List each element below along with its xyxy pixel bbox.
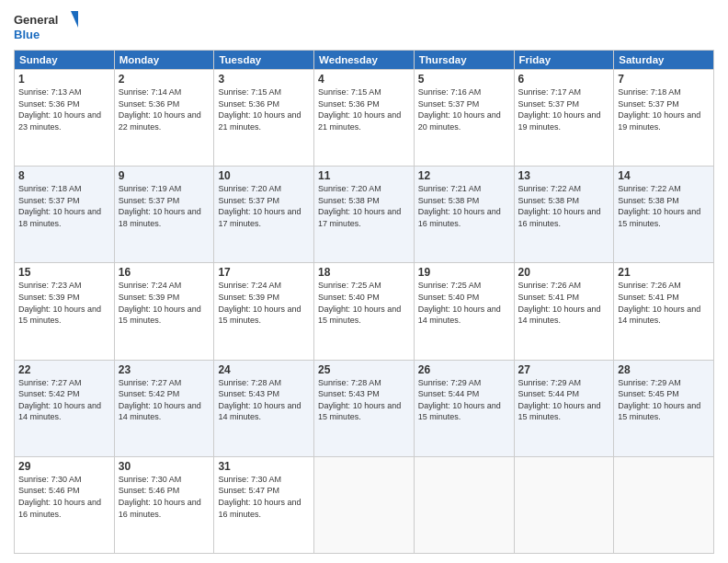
day-cell: 8 Sunrise: 7:18 AM Sunset: 5:37 PM Dayli… [15,167,115,263]
day-cell: 27 Sunrise: 7:29 AM Sunset: 5:44 PM Dayl… [514,360,614,456]
day-number: 24 [218,363,310,376]
logo: General Blue [14,9,78,44]
day-info: Sunrise: 7:18 AM Sunset: 5:37 PM Dayligh… [18,183,110,229]
day-number: 30 [119,460,210,473]
col-header-tuesday: Tuesday [214,51,314,70]
day-number: 18 [318,266,410,279]
day-cell: 1 Sunrise: 7:13 AM Sunset: 5:36 PM Dayli… [15,70,115,167]
svg-text:General: General [14,13,58,27]
day-cell: 9 Sunrise: 7:19 AM Sunset: 5:37 PM Dayli… [114,167,214,263]
day-number: 10 [218,169,310,182]
day-number: 15 [18,266,110,279]
col-header-friday: Friday [514,51,614,70]
day-info: Sunrise: 7:14 AM Sunset: 5:36 PM Dayligh… [119,86,210,132]
day-number: 7 [618,73,710,86]
day-number: 22 [18,363,110,376]
day-number: 4 [318,73,410,86]
day-number: 8 [18,169,110,182]
day-number: 26 [418,363,510,376]
week-row-2: 8 Sunrise: 7:18 AM Sunset: 5:37 PM Dayli… [15,167,714,263]
day-info: Sunrise: 7:25 AM Sunset: 5:40 PM Dayligh… [318,280,410,326]
day-cell: 24 Sunrise: 7:28 AM Sunset: 5:43 PM Dayl… [214,360,314,456]
day-info: Sunrise: 7:26 AM Sunset: 5:41 PM Dayligh… [518,280,610,326]
day-info: Sunrise: 7:29 AM Sunset: 5:44 PM Dayligh… [418,377,510,423]
day-info: Sunrise: 7:16 AM Sunset: 5:37 PM Dayligh… [418,86,510,132]
day-info: Sunrise: 7:18 AM Sunset: 5:37 PM Dayligh… [618,86,710,132]
day-info: Sunrise: 7:21 AM Sunset: 5:38 PM Dayligh… [418,183,510,229]
day-number: 11 [318,169,410,182]
day-info: Sunrise: 7:29 AM Sunset: 5:45 PM Dayligh… [618,377,710,423]
day-cell: 14 Sunrise: 7:22 AM Sunset: 5:38 PM Dayl… [614,167,714,263]
day-info: Sunrise: 7:25 AM Sunset: 5:40 PM Dayligh… [418,280,510,326]
day-number: 28 [618,363,710,376]
day-cell: 28 Sunrise: 7:29 AM Sunset: 5:45 PM Dayl… [614,360,714,456]
day-info: Sunrise: 7:15 AM Sunset: 5:36 PM Dayligh… [318,86,410,132]
day-number: 27 [518,363,610,376]
day-cell: 3 Sunrise: 7:15 AM Sunset: 5:36 PM Dayli… [214,70,314,167]
svg-marker-2 [71,11,78,28]
day-cell: 10 Sunrise: 7:20 AM Sunset: 5:37 PM Dayl… [214,167,314,263]
day-info: Sunrise: 7:20 AM Sunset: 5:38 PM Dayligh… [318,183,410,229]
day-cell: 26 Sunrise: 7:29 AM Sunset: 5:44 PM Dayl… [414,360,514,456]
day-cell: 5 Sunrise: 7:16 AM Sunset: 5:37 PM Dayli… [414,70,514,167]
day-number: 6 [518,73,610,86]
day-number: 12 [418,169,510,182]
day-cell: 30 Sunrise: 7:30 AM Sunset: 5:46 PM Dayl… [114,456,214,553]
day-cell: 19 Sunrise: 7:25 AM Sunset: 5:40 PM Dayl… [414,263,514,360]
day-number: 21 [618,266,710,279]
day-cell: 17 Sunrise: 7:24 AM Sunset: 5:39 PM Dayl… [214,263,314,360]
col-header-sunday: Sunday [15,51,115,70]
day-cell: 13 Sunrise: 7:22 AM Sunset: 5:38 PM Dayl… [514,167,614,263]
day-cell [614,456,714,553]
day-number: 13 [518,169,610,182]
day-info: Sunrise: 7:28 AM Sunset: 5:43 PM Dayligh… [218,377,310,423]
day-info: Sunrise: 7:27 AM Sunset: 5:42 PM Dayligh… [18,377,110,423]
week-row-5: 29 Sunrise: 7:30 AM Sunset: 5:46 PM Dayl… [15,456,714,553]
day-cell [414,456,514,553]
day-info: Sunrise: 7:28 AM Sunset: 5:43 PM Dayligh… [318,377,410,423]
day-info: Sunrise: 7:30 AM Sunset: 5:46 PM Dayligh… [18,474,110,520]
day-cell: 20 Sunrise: 7:26 AM Sunset: 5:41 PM Dayl… [514,263,614,360]
day-number: 14 [618,169,710,182]
day-info: Sunrise: 7:26 AM Sunset: 5:41 PM Dayligh… [618,280,710,326]
day-info: Sunrise: 7:24 AM Sunset: 5:39 PM Dayligh… [119,280,210,326]
day-cell: 31 Sunrise: 7:30 AM Sunset: 5:47 PM Dayl… [214,456,314,553]
day-info: Sunrise: 7:30 AM Sunset: 5:47 PM Dayligh… [218,474,310,520]
day-cell: 4 Sunrise: 7:15 AM Sunset: 5:36 PM Dayli… [314,70,415,167]
day-number: 19 [418,266,510,279]
day-number: 5 [418,73,510,86]
day-number: 31 [218,460,310,473]
calendar-table: SundayMondayTuesdayWednesdayThursdayFrid… [14,50,714,554]
day-info: Sunrise: 7:27 AM Sunset: 5:42 PM Dayligh… [119,377,210,423]
day-info: Sunrise: 7:23 AM Sunset: 5:39 PM Dayligh… [18,280,110,326]
day-number: 23 [119,363,210,376]
day-info: Sunrise: 7:15 AM Sunset: 5:36 PM Dayligh… [218,86,310,132]
day-number: 29 [18,460,110,473]
col-header-thursday: Thursday [414,51,514,70]
day-info: Sunrise: 7:24 AM Sunset: 5:39 PM Dayligh… [218,280,310,326]
day-cell: 25 Sunrise: 7:28 AM Sunset: 5:43 PM Dayl… [314,360,415,456]
day-cell: 23 Sunrise: 7:27 AM Sunset: 5:42 PM Dayl… [114,360,214,456]
col-header-saturday: Saturday [614,51,714,70]
day-cell: 29 Sunrise: 7:30 AM Sunset: 5:46 PM Dayl… [15,456,115,553]
week-row-1: 1 Sunrise: 7:13 AM Sunset: 5:36 PM Dayli… [15,70,714,167]
day-number: 16 [119,266,210,279]
day-cell: 11 Sunrise: 7:20 AM Sunset: 5:38 PM Dayl… [314,167,415,263]
day-number: 20 [518,266,610,279]
day-cell: 12 Sunrise: 7:21 AM Sunset: 5:38 PM Dayl… [414,167,514,263]
day-cell [314,456,415,553]
day-cell: 21 Sunrise: 7:26 AM Sunset: 5:41 PM Dayl… [614,263,714,360]
day-cell: 22 Sunrise: 7:27 AM Sunset: 5:42 PM Dayl… [15,360,115,456]
day-number: 17 [218,266,310,279]
week-row-4: 22 Sunrise: 7:27 AM Sunset: 5:42 PM Dayl… [15,360,714,456]
day-cell: 15 Sunrise: 7:23 AM Sunset: 5:39 PM Dayl… [15,263,115,360]
day-number: 1 [18,73,110,86]
logo-svg: General Blue [14,9,78,44]
day-number: 3 [218,73,310,86]
calendar-page: General Blue SundayMondayTuesdayWednesda… [0,0,728,563]
day-info: Sunrise: 7:20 AM Sunset: 5:37 PM Dayligh… [218,183,310,229]
col-header-wednesday: Wednesday [314,51,415,70]
day-info: Sunrise: 7:22 AM Sunset: 5:38 PM Dayligh… [518,183,610,229]
day-info: Sunrise: 7:13 AM Sunset: 5:36 PM Dayligh… [18,86,110,132]
header: General Blue [14,9,714,44]
